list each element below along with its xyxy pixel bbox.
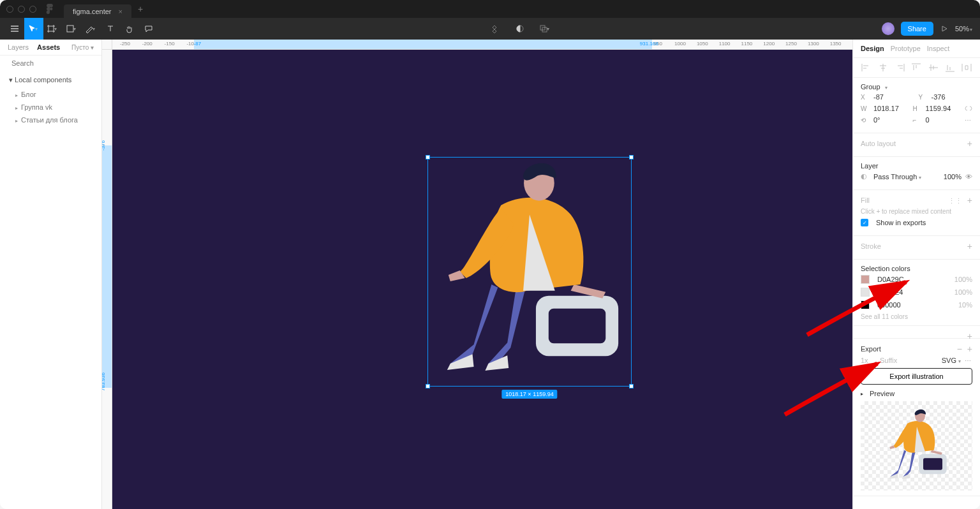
file-tab[interactable]: figma.center ×: [64, 4, 131, 18]
page-dropdown[interactable]: Пусто ▾: [71, 44, 94, 51]
w-input[interactable]: 1018.17: [873, 105, 909, 112]
stroke-header: Stroke: [861, 242, 881, 250]
menu-button[interactable]: [5, 18, 24, 40]
pen-tool[interactable]: ▾: [82, 18, 101, 40]
layer-header: Layer: [861, 162, 972, 170]
show-in-exports-checkbox[interactable]: [861, 219, 868, 226]
selection-box[interactable]: 1018.17 × 1159.94: [427, 157, 632, 387]
chevron-down-icon: ▾: [35, 26, 38, 32]
fill-style-icon[interactable]: ⋮⋮: [948, 197, 962, 205]
close-tab-icon[interactable]: ×: [119, 8, 122, 15]
rotation-input[interactable]: 0°: [873, 116, 909, 124]
hand-tool[interactable]: [120, 18, 139, 40]
radius-input[interactable]: 0: [926, 116, 961, 124]
component-item[interactable]: Блог: [9, 88, 93, 101]
close-dot[interactable]: [6, 6, 13, 13]
chevron-down-icon: ▾: [547, 26, 549, 32]
x-input[interactable]: -87: [873, 93, 915, 101]
min-dot[interactable]: [18, 6, 25, 13]
effects-section: +: [853, 326, 980, 339]
text-tool[interactable]: [101, 18, 120, 40]
add-fill[interactable]: +: [967, 195, 972, 205]
distribute-icon[interactable]: [961, 63, 972, 72]
move-tool[interactable]: ▾: [24, 18, 43, 40]
tab-inspect[interactable]: Inspect: [927, 45, 949, 52]
auto-layout-label: Auto layout: [861, 140, 896, 147]
resize-handle-tr[interactable]: [629, 155, 634, 159]
zoom-value: 50%: [955, 25, 969, 33]
toolbar: ▾ ▾ ▾ ▾ ▾ Share 50% ▾: [0, 18, 980, 40]
see-all-colors[interactable]: See all 11 colors: [861, 313, 972, 320]
selection-color-row[interactable]: 00000010%: [861, 300, 972, 309]
export-more-icon[interactable]: ⋯: [965, 357, 972, 364]
export-button[interactable]: Export illustration: [861, 368, 972, 385]
add-effect[interactable]: +: [967, 331, 972, 341]
component-item[interactable]: Группа vk: [9, 101, 93, 114]
left-panel-tabs: Layers Assets Пусто ▾: [0, 40, 101, 55]
resize-handle-tl[interactable]: [426, 155, 430, 159]
user-avatar[interactable]: [882, 22, 895, 35]
component-icon[interactable]: [485, 18, 504, 40]
traffic-lights[interactable]: [6, 6, 36, 13]
w-label: W: [861, 105, 870, 112]
export-scale[interactable]: 1x: [861, 357, 876, 364]
selection-color-row[interactable]: E4E4E4100%: [861, 288, 972, 297]
y-input[interactable]: -376: [932, 93, 973, 101]
resize-handle-bl[interactable]: [426, 384, 430, 388]
more-icon[interactable]: ⋯: [965, 117, 972, 124]
present-icon[interactable]: [940, 24, 949, 33]
shape-tool[interactable]: ▾: [63, 18, 82, 40]
add-export[interactable]: +: [967, 344, 972, 354]
visibility-icon[interactable]: 👁: [965, 173, 972, 181]
new-tab-button[interactable]: +: [138, 4, 143, 14]
share-button[interactable]: Share: [901, 22, 933, 36]
align-left-icon[interactable]: [861, 63, 872, 72]
tab-layers[interactable]: Layers: [8, 43, 29, 51]
h-label: H: [913, 105, 922, 112]
max-dot[interactable]: [29, 6, 36, 13]
illustration[interactable]: [428, 158, 631, 386]
x-label: X: [861, 94, 870, 101]
selection-colors-section: Selection colors D0A29C100%E4E4E4100%000…: [853, 260, 980, 326]
align-top-icon[interactable]: [910, 63, 922, 72]
add-stroke[interactable]: +: [967, 241, 972, 251]
fill-header: Fill: [861, 196, 870, 204]
selection-color-row[interactable]: D0A29C100%: [861, 275, 972, 284]
align-right-icon[interactable]: [894, 63, 905, 72]
export-suffix[interactable]: Suffix: [880, 357, 938, 364]
canvas-area: -250-200-150-100-50050100150200250300350…: [102, 40, 852, 509]
align-hcenter-icon[interactable]: [877, 63, 889, 72]
tab-design[interactable]: Design: [861, 45, 884, 52]
link-dimensions-icon[interactable]: [965, 105, 972, 112]
tab-prototype[interactable]: Prototype: [891, 45, 921, 52]
canvas[interactable]: 1018.17 × 1159.94: [112, 50, 852, 509]
opacity-input[interactable]: 100%: [936, 173, 961, 181]
frame-tool[interactable]: ▾: [43, 18, 63, 40]
export-format[interactable]: SVG ▾: [942, 357, 961, 364]
component-item[interactable]: Статьи для блога: [9, 114, 93, 126]
tab-assets[interactable]: Assets: [37, 43, 60, 51]
ruler-vertical[interactable]: -300200300400500600-376783.936: [102, 50, 112, 509]
h-input[interactable]: 1159.94: [926, 105, 961, 112]
preview-label[interactable]: Preview: [870, 390, 895, 397]
remove-export[interactable]: −: [957, 344, 962, 354]
titlebar: figma.center × +: [0, 0, 980, 18]
search-input[interactable]: [11, 59, 100, 67]
align-bottom-icon[interactable]: [944, 63, 956, 72]
export-preview: [861, 401, 972, 491]
auto-layout-section: Auto layout+: [853, 133, 980, 157]
zoom-level[interactable]: 50% ▾: [955, 25, 975, 33]
export-header: Export: [861, 345, 881, 353]
resize-handle-br[interactable]: [629, 384, 634, 388]
comment-tool[interactable]: [139, 18, 158, 40]
right-panel: Design Prototype Inspect Group ▾ X -87 Y: [852, 40, 980, 509]
add-auto-layout[interactable]: +: [967, 138, 972, 149]
frame-type[interactable]: Group ▾: [861, 83, 972, 91]
rotation-icon: ⟲: [861, 117, 870, 124]
mask-icon[interactable]: [510, 18, 530, 40]
frame-section: Group ▾ X -87 Y -376 W 1018.17 H 1159.94…: [853, 78, 980, 133]
blend-mode[interactable]: Pass Through ▾: [873, 173, 932, 181]
align-vcenter-icon[interactable]: [928, 63, 939, 72]
boolean-icon[interactable]: ▾: [536, 18, 555, 40]
ruler-horizontal[interactable]: -250-200-150-100-50050100150200250300350…: [112, 40, 852, 50]
